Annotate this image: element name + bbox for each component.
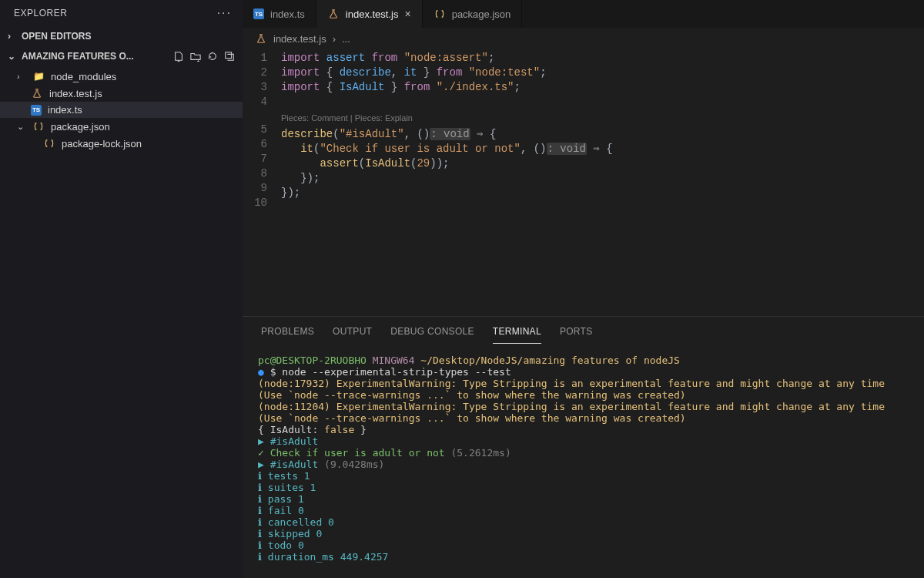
breadcrumb-file: index.test.js <box>273 33 326 45</box>
tree-item-package-json[interactable]: ⌄ package.json <box>0 118 243 135</box>
flask-icon <box>255 32 267 45</box>
codelens[interactable]: Pieces: Comment | Pieces: Explain <box>281 109 924 127</box>
file-label: package-lock.json <box>62 138 142 150</box>
new-folder-icon[interactable] <box>190 51 201 62</box>
tree-item-index-test[interactable]: index.test.js <box>0 85 243 102</box>
tree-item-node-modules[interactable]: › 📁 node_modules <box>0 68 243 85</box>
tab-label: index.test.js <box>346 8 399 20</box>
line-gutter: 1234 5678910 <box>243 51 281 316</box>
flask-icon <box>31 87 43 99</box>
open-editors-section[interactable]: › OPEN EDITORS <box>0 26 243 46</box>
json-icon <box>43 137 55 150</box>
collapse-icon[interactable] <box>224 51 235 62</box>
tab-label: package.json <box>452 8 511 20</box>
chevron-down-icon: ⌄ <box>8 51 17 62</box>
terminal-output[interactable]: pc@DESKTOP-2RUOBHO MINGW64 ~/Desktop/Nod… <box>243 344 924 578</box>
editor-tabs: TS index.ts index.test.js × package.json <box>243 0 924 28</box>
chevron-right-icon: › <box>17 72 26 81</box>
svg-rect-0 <box>226 52 232 59</box>
panel-tabs: PROBLEMS OUTPUT DEBUG CONSOLE TERMINAL P… <box>243 317 924 344</box>
tab-index-ts[interactable]: TS index.ts <box>243 0 316 28</box>
bottom-panel: PROBLEMS OUTPUT DEBUG CONSOLE TERMINAL P… <box>243 316 924 578</box>
breadcrumb-sep: › <box>333 33 336 45</box>
code-editor[interactable]: 1234 5678910 import assert from "node:as… <box>243 49 924 316</box>
file-tree: › 📁 node_modules index.test.js TS index.… <box>0 66 243 153</box>
workspace-section[interactable]: ⌄ AMAZING FEATURES O... <box>0 46 243 66</box>
workspace-actions <box>173 51 235 62</box>
main-area: TS index.ts index.test.js × package.json… <box>243 0 924 578</box>
chevron-right-icon: › <box>8 31 17 42</box>
file-label: index.test.js <box>49 88 102 99</box>
folder-icon: 📁 <box>32 70 45 82</box>
ts-icon: TS <box>31 105 42 116</box>
breadcrumb-rest: ... <box>342 33 350 45</box>
tab-package-json[interactable]: package.json <box>423 0 523 28</box>
json-icon <box>32 120 45 133</box>
explorer-more-icon[interactable]: ··· <box>217 6 232 20</box>
open-editors-label: OPEN EDITORS <box>22 31 91 42</box>
explorer-header: EXPLORER ··· <box>0 0 243 26</box>
json-icon <box>434 8 446 20</box>
tab-index-test-js[interactable]: index.test.js × <box>316 0 423 28</box>
flask-icon <box>327 8 340 20</box>
file-label: index.ts <box>48 104 82 116</box>
refresh-icon[interactable] <box>207 51 218 62</box>
close-tab-icon[interactable]: × <box>404 8 410 20</box>
file-label: package.json <box>51 121 110 133</box>
panel-tab-terminal[interactable]: TERMINAL <box>493 323 541 344</box>
panel-tab-problems[interactable]: PROBLEMS <box>261 323 314 344</box>
breadcrumb[interactable]: index.test.js › ... <box>243 28 924 49</box>
panel-tab-ports[interactable]: PORTS <box>560 323 593 344</box>
ts-icon: TS <box>253 8 264 19</box>
new-file-icon[interactable] <box>173 51 184 62</box>
tree-item-index-ts[interactable]: TS index.ts <box>0 102 243 118</box>
explorer-title: EXPLORER <box>14 8 67 18</box>
workspace-label: AMAZING FEATURES O... <box>22 51 169 62</box>
tree-item-package-lock[interactable]: package-lock.json <box>0 135 243 152</box>
code-content[interactable]: import assert from "node:assert"; import… <box>281 51 924 316</box>
file-label: node_modules <box>51 71 116 82</box>
tab-label: index.ts <box>270 8 305 20</box>
chevron-down-icon: ⌄ <box>17 122 26 132</box>
panel-tab-debug-console[interactable]: DEBUG CONSOLE <box>390 323 474 344</box>
panel-tab-output[interactable]: OUTPUT <box>333 323 372 344</box>
explorer-sidebar: EXPLORER ··· › OPEN EDITORS ⌄ AMAZING FE… <box>0 0 243 578</box>
